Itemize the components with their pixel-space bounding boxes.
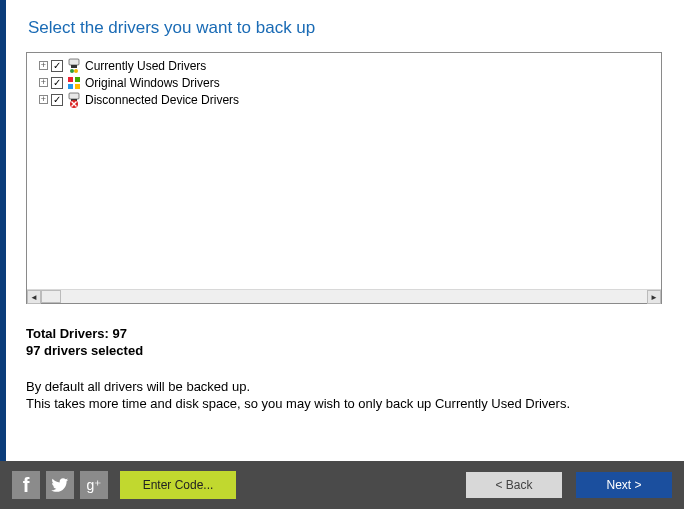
tree-item-original-windows[interactable]: + ✓ Original Windows Drivers [39,74,655,91]
horizontal-scrollbar[interactable]: ◄ ► [27,289,661,303]
scroll-left-button[interactable]: ◄ [27,290,41,304]
tree-item-label: Disconnected Device Drivers [85,93,239,107]
scroll-track[interactable] [41,290,647,303]
enter-code-button[interactable]: Enter Code... [120,471,236,499]
total-drivers-label: Total Drivers: 97 [26,326,664,343]
info-line-1: By default all drivers will be backed up… [26,378,664,396]
windows-logo-icon [66,75,82,91]
footer-bar: f g⁺ Enter Code... < Back Next > [0,461,684,509]
tree-item-label: Original Windows Drivers [85,76,220,90]
expand-icon[interactable]: + [39,61,48,70]
selected-drivers-label: 97 drivers selected [26,343,664,360]
main-panel: Select the drivers you want to back up +… [6,0,684,461]
driver-stats: Total Drivers: 97 97 drivers selected [26,326,664,360]
back-button[interactable]: < Back [466,472,562,498]
google-plus-icon[interactable]: g⁺ [80,471,108,499]
svg-rect-6 [68,84,73,89]
page-title: Select the drivers you want to back up [28,18,664,38]
tree-item-currently-used[interactable]: + ✓ Currently Used Drivers [39,57,655,74]
facebook-icon[interactable]: f [12,471,40,499]
svg-rect-0 [69,59,79,65]
svg-rect-7 [75,84,80,89]
svg-rect-4 [68,77,73,82]
info-line-2: This takes more time and disk space, so … [26,395,664,413]
expand-icon[interactable]: + [39,95,48,104]
driver-tree: + ✓ Currently Used Drivers + ✓ Original … [27,53,661,289]
svg-rect-1 [71,65,77,68]
checkbox[interactable]: ✓ [51,77,63,89]
twitter-icon[interactable] [46,471,74,499]
svg-rect-8 [69,93,79,99]
driver-category-icon [66,58,82,74]
svg-point-2 [70,69,74,73]
checkbox[interactable]: ✓ [51,60,63,72]
info-text: By default all drivers will be backed up… [26,378,664,413]
checkbox[interactable]: ✓ [51,94,63,106]
driver-tree-container: + ✓ Currently Used Drivers + ✓ Original … [26,52,662,304]
scroll-thumb[interactable] [41,290,61,303]
disconnected-device-icon [66,92,82,108]
next-button[interactable]: Next > [576,472,672,498]
tree-item-disconnected[interactable]: + ✓ Disconnected Device Drivers [39,91,655,108]
scroll-right-button[interactable]: ► [647,290,661,304]
svg-rect-5 [75,77,80,82]
tree-item-label: Currently Used Drivers [85,59,206,73]
expand-icon[interactable]: + [39,78,48,87]
svg-point-3 [74,69,78,73]
